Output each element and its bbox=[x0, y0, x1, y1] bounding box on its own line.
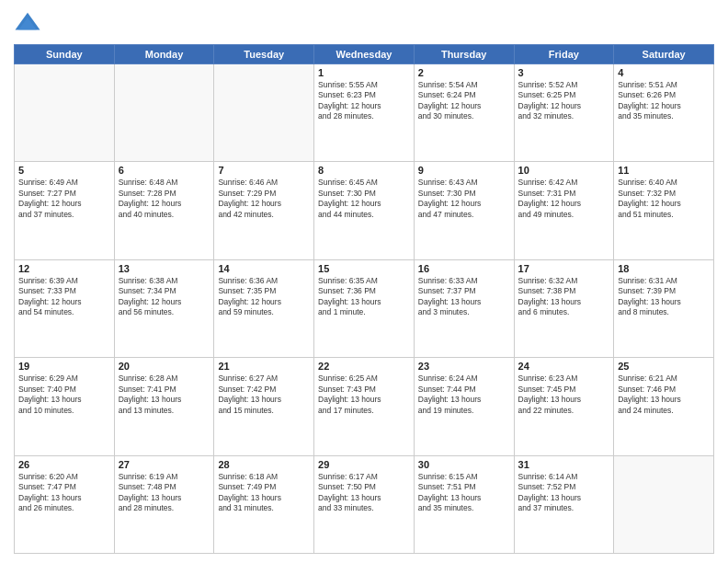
cell-info: Sunrise: 6:14 AM Sunset: 7:52 PM Dayligh… bbox=[518, 472, 610, 514]
cell-info: Sunrise: 6:19 AM Sunset: 7:48 PM Dayligh… bbox=[119, 472, 210, 514]
calendar-cell: 17Sunrise: 6:32 AM Sunset: 7:38 PM Dayli… bbox=[514, 259, 614, 357]
page: SundayMondayTuesdayWednesdayThursdayFrid… bbox=[0, 0, 728, 563]
cell-info: Sunrise: 5:54 AM Sunset: 6:24 PM Dayligh… bbox=[418, 80, 510, 122]
cell-info: Sunrise: 6:32 AM Sunset: 7:38 PM Dayligh… bbox=[518, 276, 610, 318]
logo bbox=[14, 9, 45, 37]
day-number: 26 bbox=[18, 459, 110, 470]
calendar-cell: 13Sunrise: 6:38 AM Sunset: 7:34 PM Dayli… bbox=[114, 259, 214, 357]
day-number: 21 bbox=[218, 361, 310, 372]
day-number: 9 bbox=[418, 165, 510, 176]
day-number: 25 bbox=[618, 361, 710, 372]
cell-info: Sunrise: 5:55 AM Sunset: 6:23 PM Dayligh… bbox=[318, 80, 410, 122]
calendar-cell: 14Sunrise: 6:36 AM Sunset: 7:35 PM Dayli… bbox=[214, 259, 314, 357]
cell-info: Sunrise: 6:35 AM Sunset: 7:36 PM Dayligh… bbox=[318, 276, 410, 318]
calendar-day-header: Tuesday bbox=[214, 45, 314, 64]
cell-info: Sunrise: 6:18 AM Sunset: 7:49 PM Dayligh… bbox=[218, 472, 310, 514]
day-number: 18 bbox=[618, 263, 710, 274]
cell-info: Sunrise: 6:43 AM Sunset: 7:30 PM Dayligh… bbox=[418, 178, 510, 220]
cell-info: Sunrise: 5:52 AM Sunset: 6:25 PM Dayligh… bbox=[518, 80, 610, 122]
calendar-cell: 16Sunrise: 6:33 AM Sunset: 7:37 PM Dayli… bbox=[414, 259, 514, 357]
calendar-cell: 6Sunrise: 6:48 AM Sunset: 7:28 PM Daylig… bbox=[114, 162, 214, 259]
day-number: 1 bbox=[318, 67, 410, 78]
calendar-cell: 25Sunrise: 6:21 AM Sunset: 7:46 PM Dayli… bbox=[614, 358, 714, 455]
cell-info: Sunrise: 6:20 AM Sunset: 7:47 PM Dayligh… bbox=[18, 472, 110, 514]
day-number: 23 bbox=[418, 361, 510, 372]
calendar-day-header: Wednesday bbox=[314, 45, 415, 64]
calendar-week-row: 12Sunrise: 6:39 AM Sunset: 7:33 PM Dayli… bbox=[15, 259, 714, 357]
cell-info: Sunrise: 6:40 AM Sunset: 7:32 PM Dayligh… bbox=[618, 178, 710, 220]
day-number: 29 bbox=[318, 459, 410, 470]
cell-info: Sunrise: 6:28 AM Sunset: 7:41 PM Dayligh… bbox=[119, 373, 210, 416]
cell-info: Sunrise: 6:31 AM Sunset: 7:39 PM Dayligh… bbox=[618, 276, 710, 318]
calendar-week-row: 1Sunrise: 5:55 AM Sunset: 6:23 PM Daylig… bbox=[15, 64, 714, 162]
cell-info: Sunrise: 6:17 AM Sunset: 7:50 PM Dayligh… bbox=[318, 472, 410, 514]
cell-info: Sunrise: 6:39 AM Sunset: 7:33 PM Dayligh… bbox=[18, 276, 110, 318]
cell-info: Sunrise: 6:45 AM Sunset: 7:30 PM Dayligh… bbox=[318, 178, 410, 220]
calendar-day-header: Saturday bbox=[614, 45, 714, 64]
calendar-table: SundayMondayTuesdayWednesdayThursdayFrid… bbox=[14, 44, 714, 554]
calendar-week-row: 19Sunrise: 6:29 AM Sunset: 7:40 PM Dayli… bbox=[15, 358, 714, 455]
day-number: 12 bbox=[18, 263, 110, 274]
calendar-day-header: Sunday bbox=[15, 45, 115, 64]
calendar-cell: 5Sunrise: 6:49 AM Sunset: 7:27 PM Daylig… bbox=[15, 162, 115, 259]
day-number: 13 bbox=[119, 263, 210, 274]
cell-info: Sunrise: 6:15 AM Sunset: 7:51 PM Dayligh… bbox=[418, 472, 510, 514]
cell-info: Sunrise: 6:36 AM Sunset: 7:35 PM Dayligh… bbox=[218, 276, 310, 318]
day-number: 14 bbox=[218, 263, 310, 274]
calendar-cell bbox=[15, 64, 115, 162]
calendar-week-row: 5Sunrise: 6:49 AM Sunset: 7:27 PM Daylig… bbox=[15, 162, 714, 259]
day-number: 24 bbox=[518, 361, 610, 372]
cell-info: Sunrise: 6:33 AM Sunset: 7:37 PM Dayligh… bbox=[418, 276, 510, 318]
cell-info: Sunrise: 6:24 AM Sunset: 7:44 PM Dayligh… bbox=[418, 373, 510, 416]
cell-info: Sunrise: 6:46 AM Sunset: 7:29 PM Dayligh… bbox=[218, 178, 310, 220]
cell-info: Sunrise: 6:27 AM Sunset: 7:42 PM Dayligh… bbox=[218, 373, 310, 416]
calendar-cell: 29Sunrise: 6:17 AM Sunset: 7:50 PM Dayli… bbox=[314, 455, 415, 553]
day-number: 27 bbox=[119, 459, 210, 470]
day-number: 19 bbox=[18, 361, 110, 372]
calendar-day-header: Thursday bbox=[414, 45, 514, 64]
calendar-cell: 30Sunrise: 6:15 AM Sunset: 7:51 PM Dayli… bbox=[414, 455, 514, 553]
day-number: 20 bbox=[119, 361, 210, 372]
cell-info: Sunrise: 6:25 AM Sunset: 7:43 PM Dayligh… bbox=[318, 373, 410, 416]
day-number: 22 bbox=[318, 361, 410, 372]
day-number: 11 bbox=[618, 165, 710, 176]
day-number: 10 bbox=[518, 165, 610, 176]
calendar-cell: 7Sunrise: 6:46 AM Sunset: 7:29 PM Daylig… bbox=[214, 162, 314, 259]
day-number: 7 bbox=[218, 165, 310, 176]
day-number: 4 bbox=[618, 67, 710, 78]
calendar-cell: 18Sunrise: 6:31 AM Sunset: 7:39 PM Dayli… bbox=[614, 259, 714, 357]
cell-info: Sunrise: 6:42 AM Sunset: 7:31 PM Dayligh… bbox=[518, 178, 610, 220]
day-number: 15 bbox=[318, 263, 410, 274]
logo-icon bbox=[14, 9, 41, 37]
calendar-cell: 11Sunrise: 6:40 AM Sunset: 7:32 PM Dayli… bbox=[614, 162, 714, 259]
calendar-cell: 23Sunrise: 6:24 AM Sunset: 7:44 PM Dayli… bbox=[414, 358, 514, 455]
header bbox=[14, 9, 714, 37]
day-number: 17 bbox=[518, 263, 610, 274]
day-number: 30 bbox=[418, 459, 510, 470]
calendar-cell: 9Sunrise: 6:43 AM Sunset: 7:30 PM Daylig… bbox=[414, 162, 514, 259]
calendar-cell bbox=[114, 64, 214, 162]
calendar-cell: 22Sunrise: 6:25 AM Sunset: 7:43 PM Dayli… bbox=[314, 358, 415, 455]
calendar-cell bbox=[614, 455, 714, 553]
day-number: 31 bbox=[518, 459, 610, 470]
calendar-week-row: 26Sunrise: 6:20 AM Sunset: 7:47 PM Dayli… bbox=[15, 455, 714, 553]
cell-info: Sunrise: 5:51 AM Sunset: 6:26 PM Dayligh… bbox=[618, 80, 710, 122]
calendar-day-header: Monday bbox=[114, 45, 214, 64]
calendar-cell: 21Sunrise: 6:27 AM Sunset: 7:42 PM Dayli… bbox=[214, 358, 314, 455]
day-number: 3 bbox=[518, 67, 610, 78]
day-number: 8 bbox=[318, 165, 410, 176]
calendar-cell: 15Sunrise: 6:35 AM Sunset: 7:36 PM Dayli… bbox=[314, 259, 415, 357]
cell-info: Sunrise: 6:49 AM Sunset: 7:27 PM Dayligh… bbox=[18, 178, 110, 220]
calendar-cell: 27Sunrise: 6:19 AM Sunset: 7:48 PM Dayli… bbox=[114, 455, 214, 553]
calendar-cell: 24Sunrise: 6:23 AM Sunset: 7:45 PM Dayli… bbox=[514, 358, 614, 455]
day-number: 5 bbox=[18, 165, 110, 176]
calendar-day-header: Friday bbox=[514, 45, 614, 64]
day-number: 28 bbox=[218, 459, 310, 470]
calendar-cell: 1Sunrise: 5:55 AM Sunset: 6:23 PM Daylig… bbox=[314, 64, 415, 162]
cell-info: Sunrise: 6:48 AM Sunset: 7:28 PM Dayligh… bbox=[119, 178, 210, 220]
cell-info: Sunrise: 6:21 AM Sunset: 7:46 PM Dayligh… bbox=[618, 373, 710, 416]
calendar-cell: 4Sunrise: 5:51 AM Sunset: 6:26 PM Daylig… bbox=[614, 64, 714, 162]
day-number: 6 bbox=[119, 165, 210, 176]
calendar-cell: 20Sunrise: 6:28 AM Sunset: 7:41 PM Dayli… bbox=[114, 358, 214, 455]
calendar-header-row: SundayMondayTuesdayWednesdayThursdayFrid… bbox=[15, 45, 714, 64]
